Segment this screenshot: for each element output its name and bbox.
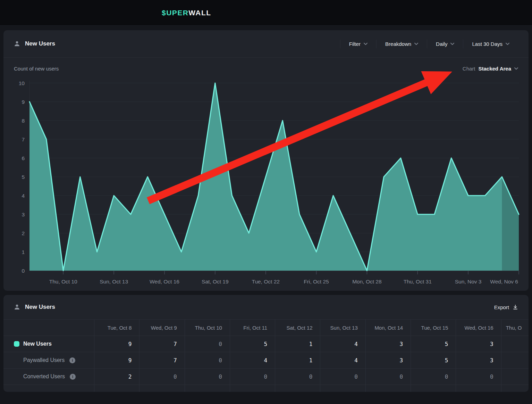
y-axis-label: 3 <box>22 212 25 217</box>
x-axis-label: Wed, Oct 16 <box>150 279 179 285</box>
table-card-title-group: New Users <box>14 304 55 311</box>
column-header: Tue, Oct 15 <box>411 320 456 336</box>
column-header: Fri, Oct 11 <box>230 320 275 336</box>
column-header: Tue, Oct 8 <box>94 320 140 336</box>
table-cell: 3 <box>366 352 411 368</box>
y-axis-label: 2 <box>22 230 25 236</box>
table-cell: 0 <box>185 336 230 352</box>
y-axis-label: 0 <box>22 268 25 274</box>
table-cell: 4 <box>230 352 275 368</box>
table-cell: 4 <box>320 352 365 368</box>
table-cell: 0 <box>185 352 230 368</box>
table-cell: 1 <box>275 336 320 352</box>
table-cell-empty <box>275 385 320 392</box>
table-row: Converted Usersi200000000 <box>3 368 529 385</box>
logo-teal-part: $UPER <box>162 9 188 17</box>
table-cell-empty <box>411 385 456 392</box>
chart-card-title-group: New Users <box>14 40 55 47</box>
superwall-logo[interactable]: $UPERWALL <box>162 9 211 17</box>
series-color-swatch <box>14 341 19 347</box>
breakdown-dropdown[interactable]: Breakdown <box>377 41 427 47</box>
info-icon[interactable]: i <box>69 357 75 363</box>
table-cell-empty <box>230 385 275 392</box>
filter-dropdown[interactable]: Filter <box>340 41 376 47</box>
column-header: Thu, O <box>501 320 529 336</box>
table-row: Paywalled Usersi970414353 <box>3 352 529 368</box>
table-cell-empty <box>185 385 230 392</box>
column-header: Thu, Oct 10 <box>185 320 230 336</box>
table-header-row: Tue, Oct 8Wed, Oct 9Thu, Oct 10Fri, Oct … <box>3 320 529 336</box>
new-users-table-card: New Users Export Tue, Oct 8Wed, Oct 9Thu… <box>3 295 529 392</box>
table-cell-empty <box>320 385 365 392</box>
row-label: New Users <box>23 341 52 347</box>
date-range-dropdown-label: Last 30 Days <box>472 41 503 47</box>
table-cell: 0 <box>411 369 456 385</box>
y-axis-label: 1 <box>22 249 25 255</box>
table-cell <box>501 352 529 368</box>
x-axis-label: Sun, Nov 3 <box>455 279 482 285</box>
chevron-down-icon <box>514 67 518 70</box>
table-cell: 0 <box>185 369 230 385</box>
table-cell: 2 <box>94 369 140 385</box>
table-cell: 0 <box>230 369 275 385</box>
top-nav: $UPERWALL <box>0 0 532 26</box>
table-cell <box>501 369 529 385</box>
column-header: Wed, Oct 16 <box>456 320 501 336</box>
export-button-label: Export <box>494 304 509 310</box>
table-cell <box>501 336 529 352</box>
chart-card-header: New Users Filter Breakdown Daily <box>3 30 529 58</box>
area-fill-current-period <box>502 177 519 271</box>
info-icon[interactable]: i <box>70 374 76 380</box>
table-cell: 9 <box>94 336 140 352</box>
table-cell-empty <box>3 385 94 392</box>
table-cell-empty <box>456 385 501 392</box>
table-filler-row <box>3 385 529 392</box>
person-icon <box>14 41 20 47</box>
y-axis-label: 6 <box>22 155 25 161</box>
interval-dropdown[interactable]: Daily <box>427 41 463 47</box>
x-axis-label: Thu, Oct 10 <box>49 279 77 285</box>
chevron-down-icon <box>364 43 368 45</box>
x-axis-label: Wed, Nov 6 <box>490 279 518 285</box>
person-icon <box>14 304 20 310</box>
y-axis-label: 8 <box>22 118 25 124</box>
table-cell: 0 <box>320 369 365 385</box>
column-header: Sat, Oct 12 <box>275 320 320 336</box>
table-cell: 3 <box>456 352 501 368</box>
table-cell: 7 <box>140 352 185 368</box>
table-cell-empty <box>501 385 529 392</box>
chart-type-value: Stacked Area <box>479 66 512 72</box>
filter-dropdown-label: Filter <box>349 41 361 47</box>
row-label-cell: Paywalled Usersi <box>3 352 94 368</box>
table-cell: 7 <box>140 336 185 352</box>
table-cell: 1 <box>275 352 320 368</box>
chart-type-dropdown[interactable]: Chart Stacked Area <box>463 66 518 72</box>
table-cell: 0 <box>140 369 185 385</box>
table-card-title: New Users <box>25 304 55 311</box>
chevron-down-icon <box>506 43 509 45</box>
chart-controls: Filter Breakdown Daily Last 30 Days <box>340 40 518 48</box>
new-users-table: Tue, Oct 8Wed, Oct 9Thu, Oct 10Fri, Oct … <box>3 320 529 392</box>
table-cell-empty <box>94 385 140 392</box>
table-cell: 9 <box>94 352 140 368</box>
x-axis-label: Tue, Oct 22 <box>252 279 279 285</box>
table-cell: 4 <box>320 336 365 352</box>
chart-type-label: Chart <box>463 66 475 72</box>
new-users-chart-card: New Users Filter Breakdown Daily <box>3 30 529 291</box>
table-cell: 0 <box>275 369 320 385</box>
export-button[interactable]: Export <box>494 304 518 310</box>
column-header: Sun, Oct 13 <box>320 320 365 336</box>
chart-subheader: Count of new users Chart Stacked Area <box>3 58 529 72</box>
chevron-down-icon <box>414 43 418 45</box>
breakdown-dropdown-label: Breakdown <box>385 41 411 47</box>
row-label-cell: New Users <box>3 336 94 352</box>
x-axis-label: Thu, Oct 31 <box>404 279 432 285</box>
x-axis-label: Sun, Oct 13 <box>100 279 128 285</box>
table-card-header: New Users Export <box>3 295 529 320</box>
table-cell: 5 <box>411 352 456 368</box>
y-axis-label: 7 <box>22 137 25 142</box>
date-range-dropdown[interactable]: Last 30 Days <box>463 41 518 47</box>
table-cell: 0 <box>456 369 501 385</box>
logo-white-part: WALL <box>188 9 211 17</box>
column-header: Mon, Oct 14 <box>366 320 411 336</box>
